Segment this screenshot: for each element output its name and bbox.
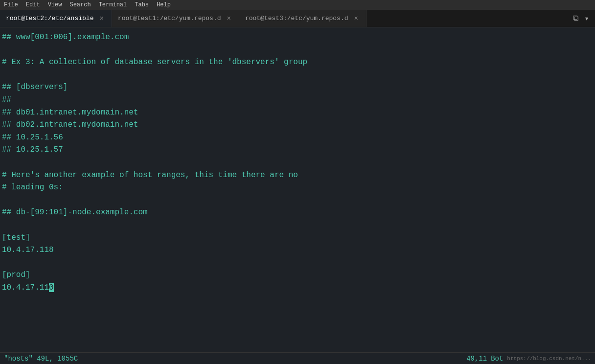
terminal-line — [2, 194, 593, 207]
status-right: 49,11 Bot https://blog.csdn.net/n... — [466, 355, 591, 363]
terminal-line — [2, 44, 593, 57]
terminal-line: ## db01.intranet.mydomain.net — [2, 107, 593, 119]
tab-2-close[interactable]: × — [225, 14, 232, 23]
scroll-position: Bot — [491, 355, 503, 363]
terminal-content: ## www[001:006].example.com# Ex 3: A col… — [0, 27, 595, 352]
tab-bar: root@test2:/etc/ansible × root@test1:/et… — [0, 10, 595, 27]
menu-tabs[interactable]: Tabs — [135, 1, 149, 8]
watermark: https://blog.csdn.net/n... — [507, 356, 591, 362]
tab-3-close[interactable]: × — [352, 14, 360, 23]
tab-restore-icon[interactable]: ⧉ — [571, 13, 580, 24]
terminal-line — [2, 257, 593, 270]
terminal-line: ## 10.25.1.56 — [2, 132, 593, 144]
terminal-line — [2, 157, 593, 169]
terminal-line — [2, 69, 593, 82]
terminal-line: [test] — [2, 232, 593, 245]
status-file-info: "hosts" 49L, 1055C — [4, 355, 78, 363]
menu-edit[interactable]: Edit — [26, 1, 40, 8]
terminal-line: ## 10.25.1.57 — [2, 144, 593, 157]
tab-1-label: root@test2:/etc/ansible — [6, 15, 93, 22]
menu-file[interactable]: File — [4, 1, 18, 8]
terminal-line: [prod] — [2, 269, 593, 282]
terminal-lines: ## www[001:006].example.com# Ex 3: A col… — [2, 31, 593, 294]
terminal-line: 10.4.17.110 — [2, 282, 593, 295]
tab-2-label: root@test1:/etc/yum.repos.d — [118, 15, 221, 22]
menu-view[interactable]: View — [48, 1, 62, 8]
menu-help[interactable]: Help — [157, 1, 171, 8]
tab-3-label: root@test3:/etc/yum.repos.d — [245, 15, 348, 22]
terminal-line — [2, 219, 593, 232]
cursor-position: 49,11 — [466, 355, 487, 363]
terminal-line: # Ex 3: A collection of database servers… — [2, 56, 593, 69]
tab-3[interactable]: root@test3:/etc/yum.repos.d × — [239, 10, 366, 27]
tab-2[interactable]: root@test1:/etc/yum.repos.d × — [112, 10, 239, 27]
terminal-line: ## db-[99:101]-node.example.com — [2, 206, 593, 219]
tab-1[interactable]: root@test2:/etc/ansible × — [0, 10, 112, 27]
menu-search[interactable]: Search — [69, 1, 91, 8]
terminal-line: ## — [2, 94, 593, 107]
terminal-line: # leading 0s: — [2, 182, 593, 194]
tab-dropdown-icon[interactable]: ▾ — [582, 13, 591, 24]
tab-actions: ⧉ ▾ — [567, 10, 595, 27]
status-bar: "hosts" 49L, 1055C 49,11 Bot https://blo… — [0, 352, 595, 364]
terminal-line: ## [dbservers] — [2, 81, 593, 94]
terminal-line: ## www[001:006].example.com — [2, 31, 593, 44]
terminal-line: # Here's another example of host ranges,… — [2, 169, 593, 182]
terminal-line: ## db02.intranet.mydomain.net — [2, 119, 593, 132]
menu-terminal[interactable]: Terminal — [99, 1, 127, 8]
terminal-line: 10.4.17.118 — [2, 244, 593, 257]
menu-bar: File Edit View Search Terminal Tabs Help — [0, 0, 595, 10]
tab-1-close[interactable]: × — [97, 14, 105, 23]
